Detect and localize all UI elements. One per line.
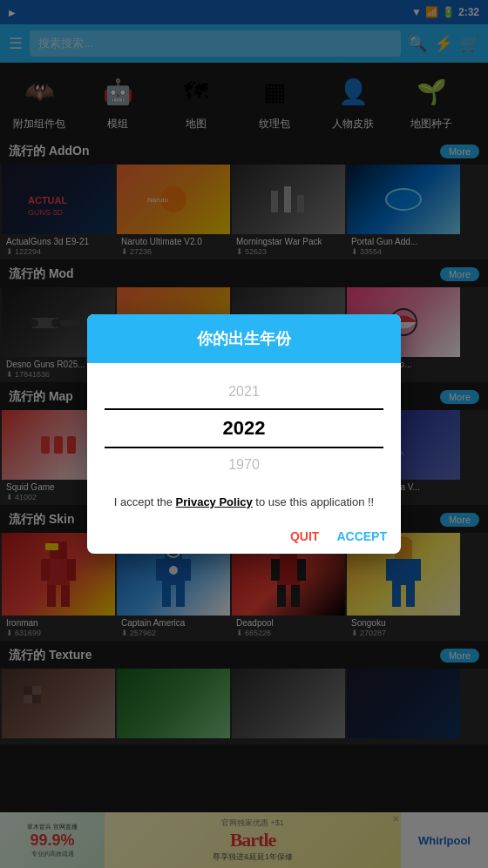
quit-button[interactable]: QUIT: [290, 529, 319, 543]
privacy-text-before: I accept the: [114, 495, 176, 508]
accept-button[interactable]: ACCEPT: [336, 529, 387, 543]
dialog-overlay: 你的出生年份 2021 2022 1970 I accept the Priva…: [0, 0, 488, 868]
dialog: 你的出生年份 2021 2022 1970 I accept the Priva…: [87, 314, 401, 555]
privacy-text: I accept the Privacy Policy to use this …: [105, 485, 383, 515]
privacy-text-after: to use this application !!: [253, 495, 374, 508]
year-picker[interactable]: 2021 2022 1970: [105, 372, 383, 485]
dialog-title: 你的出生年份: [197, 330, 291, 347]
dialog-actions: QUIT ACCEPT: [87, 522, 401, 554]
year-item-1970[interactable]: 1970: [105, 452, 383, 478]
dialog-body: 2021 2022 1970 I accept the Privacy Poli…: [87, 363, 401, 523]
dialog-header: 你的出生年份: [87, 314, 401, 363]
year-item-2021[interactable]: 2021: [105, 379, 383, 405]
year-item-2022[interactable]: 2022: [105, 408, 383, 448]
privacy-policy-link[interactable]: Privacy Policy: [176, 495, 253, 508]
